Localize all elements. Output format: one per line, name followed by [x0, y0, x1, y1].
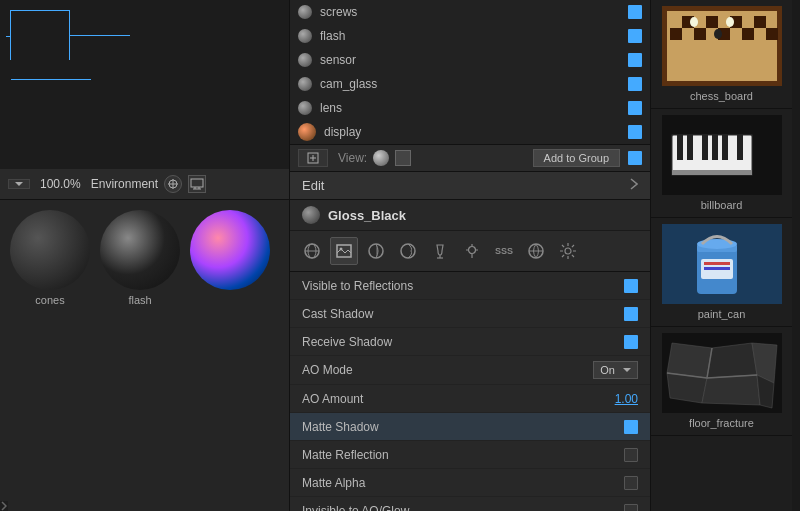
camglass-check[interactable]	[628, 77, 642, 91]
tab-refract-icon[interactable]	[394, 237, 422, 265]
right-item-billboard[interactable]: billboard	[651, 109, 792, 218]
thumb-label-cones: cones	[35, 294, 64, 306]
svg-rect-50	[672, 170, 752, 175]
ao-mode-dropdown-arrow-icon	[623, 368, 631, 372]
thumb-flash[interactable]: flash	[100, 210, 180, 306]
add-layer-button[interactable]	[298, 149, 328, 167]
thumb-label-flash: flash	[128, 294, 151, 306]
screws-icon	[298, 5, 312, 19]
svg-rect-37	[766, 28, 778, 40]
prop-matte-shadow: Matte Shadow	[290, 413, 650, 441]
svg-point-14	[340, 248, 343, 251]
chess-label: chess_board	[690, 90, 753, 102]
tab-sphere-icon[interactable]	[298, 237, 326, 265]
svg-rect-36	[742, 28, 754, 40]
ball-view-icon[interactable]	[373, 150, 389, 166]
edit-header: Edit	[290, 172, 650, 200]
svg-point-19	[469, 247, 476, 254]
svg-marker-63	[702, 375, 760, 405]
svg-rect-32	[754, 16, 766, 28]
display-check[interactable]	[628, 125, 642, 139]
svg-rect-44	[677, 135, 683, 160]
left-panel-expand[interactable]	[0, 501, 8, 511]
list-item-camglass[interactable]: cam_glass	[290, 72, 650, 96]
right-item-floorfracture[interactable]: floor_fracture	[651, 327, 792, 436]
flash-icon	[298, 29, 312, 43]
prop-check-matte-alpha[interactable]	[624, 476, 638, 490]
list-item-display[interactable]: display	[290, 120, 650, 144]
environment-label: Environment	[91, 177, 158, 191]
lens-check[interactable]	[628, 101, 642, 115]
right-item-chess[interactable]: chess_board	[651, 0, 792, 109]
svg-marker-59	[667, 343, 712, 378]
add-to-group-button[interactable]: Add to Group	[533, 149, 620, 167]
lens-icon	[298, 101, 312, 115]
prop-check-matte-reflection[interactable]	[624, 448, 638, 462]
tab-wine-icon[interactable]	[426, 237, 454, 265]
ao-amount-value[interactable]: 1.00	[615, 392, 638, 406]
camglass-label: cam_glass	[320, 77, 620, 91]
grid-view-icon[interactable]	[395, 150, 411, 166]
prop-check-cast-shadow[interactable]	[624, 307, 638, 321]
floorfracture-label: floor_fracture	[689, 417, 754, 429]
viewport-line	[70, 35, 130, 36]
prop-label-matte-reflection: Matte Reflection	[302, 448, 624, 462]
ao-mode-dropdown[interactable]: On	[593, 361, 638, 379]
prop-check-receive-shadow[interactable]	[624, 335, 638, 349]
billboard-thumb	[662, 115, 782, 195]
sensor-check[interactable]	[628, 53, 642, 67]
prop-matte-reflection: Matte Reflection	[290, 441, 650, 469]
prop-label-cast-shadow: Cast Shadow	[302, 307, 624, 321]
crosshair-icon[interactable]	[164, 175, 182, 193]
prop-ao-amount: AO Amount 1.00	[290, 385, 650, 413]
edit-expand-icon[interactable]	[630, 178, 638, 193]
flash-check[interactable]	[628, 29, 642, 43]
tab-light-icon[interactable]	[458, 237, 486, 265]
dropdown-btn[interactable]	[8, 179, 30, 189]
svg-rect-48	[722, 135, 728, 160]
tab-sss-icon[interactable]: SSS	[490, 237, 518, 265]
viewport-grid	[10, 10, 70, 60]
monitor-icon[interactable]	[188, 175, 206, 193]
list-item-sensor[interactable]: sensor	[290, 48, 650, 72]
chess-thumb	[662, 6, 782, 86]
left-panel: 100.0% Environment cones flash	[0, 0, 290, 511]
thumb-cones[interactable]: cones	[10, 210, 90, 306]
zoom-percent: 100.0%	[40, 177, 81, 191]
svg-marker-60	[707, 343, 757, 378]
list-item-lens[interactable]: lens	[290, 96, 650, 120]
list-item-screws[interactable]: screws	[290, 0, 650, 24]
screws-check[interactable]	[628, 5, 642, 19]
tab-reflect-icon[interactable]	[362, 237, 390, 265]
svg-rect-56	[704, 262, 730, 265]
dropdown-arrow-icon	[15, 182, 23, 186]
tab-env-icon[interactable]	[522, 237, 550, 265]
thumb-ball-cones	[10, 210, 90, 290]
viewport-bar: 100.0% Environment	[0, 169, 289, 199]
prop-label-ao-amount: AO Amount	[302, 392, 615, 406]
material-name-row: Gloss_Black	[290, 200, 650, 231]
prop-check-matte-shadow[interactable]	[624, 420, 638, 434]
right-item-paintcan[interactable]: paint_can	[651, 218, 792, 327]
prop-check-visible-reflections[interactable]	[624, 279, 638, 293]
tab-image-icon[interactable]	[330, 237, 358, 265]
svg-rect-34	[694, 28, 706, 40]
display-icon	[298, 123, 316, 141]
prop-visible-reflections: Visible to Reflections	[290, 272, 650, 300]
thumb-colorful[interactable]	[190, 210, 270, 306]
prop-label-ao-mode: AO Mode	[302, 363, 593, 377]
svg-rect-30	[706, 16, 718, 28]
paintcan-label: paint_can	[698, 308, 746, 320]
prop-label-matte-alpha: Matte Alpha	[302, 476, 624, 490]
prop-check-invisible-ao-glow[interactable]	[624, 504, 638, 512]
tab-settings-icon[interactable]	[554, 237, 582, 265]
lens-label: lens	[320, 101, 620, 115]
add-group-check[interactable]	[628, 151, 642, 165]
list-item-flash[interactable]: flash	[290, 24, 650, 48]
svg-rect-57	[704, 267, 730, 270]
middle-panel: screws flash sensor cam_glass lens displ…	[290, 0, 650, 511]
prop-label-visible-reflections: Visible to Reflections	[302, 279, 624, 293]
svg-rect-46	[702, 135, 708, 160]
prop-matte-alpha: Matte Alpha	[290, 469, 650, 497]
svg-point-40	[714, 29, 722, 39]
